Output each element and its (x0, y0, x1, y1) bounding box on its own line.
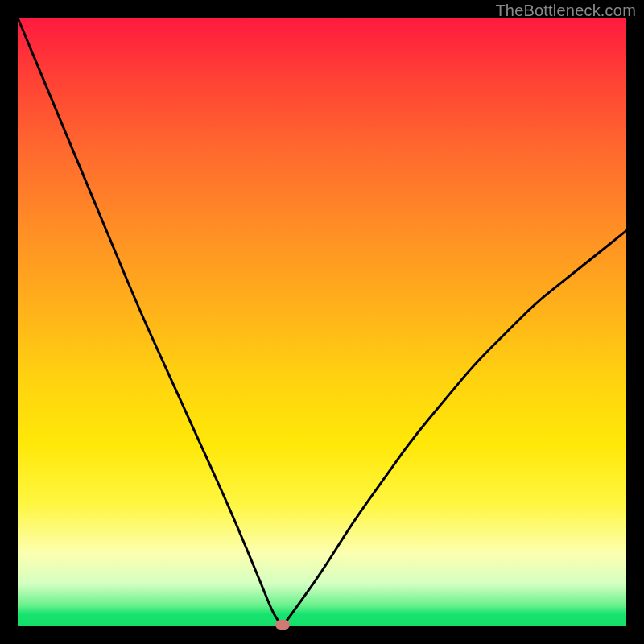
bottleneck-curve (18, 18, 626, 626)
chart-frame: TheBottleneck.com (0, 0, 644, 644)
optimum-marker (275, 620, 290, 630)
chart-plot-area (18, 18, 626, 626)
